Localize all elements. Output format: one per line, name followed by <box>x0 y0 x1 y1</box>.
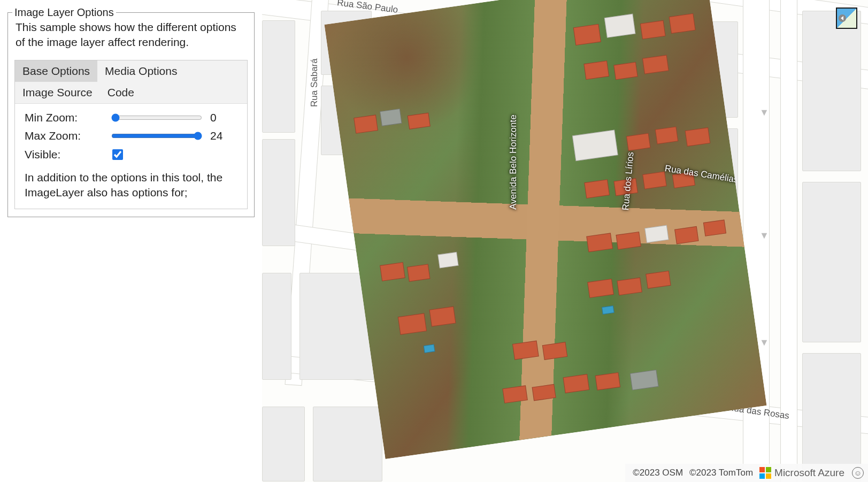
max-zoom-value: 24 <box>210 129 222 142</box>
tab-base-options[interactable]: Base Options <box>15 60 97 82</box>
tab-code[interactable]: Code <box>100 82 142 103</box>
feedback-button[interactable]: ☺ <box>852 467 864 479</box>
chevron-left-icon <box>839 14 846 22</box>
min-zoom-slider[interactable] <box>111 113 202 122</box>
min-zoom-label: Min Zoom: <box>25 111 110 124</box>
attribution-osm: ©2023 OSM <box>633 468 683 478</box>
tab-body: Min Zoom: 0 Max Zoom: 24 <box>15 104 247 209</box>
tabs-card: Base Options Media Options Image Source … <box>14 60 248 210</box>
visible-label: Visible: <box>25 148 110 161</box>
tab-row: Base Options Media Options Image Source … <box>15 60 247 104</box>
options-panel-wrap: Image Layer Options This sample shows ho… <box>0 0 262 482</box>
options-fieldset: Image Layer Options This sample shows ho… <box>7 6 255 217</box>
max-zoom-slider[interactable] <box>111 132 202 140</box>
image-layer-overlay: Avenida Belo Horizonte Rua dos Lírios Ru… <box>324 0 766 459</box>
tab-image-source[interactable]: Image Source <box>15 82 100 103</box>
option-row-max-zoom: Max Zoom: 24 <box>25 129 237 142</box>
panel-description: This sample shows how the different opti… <box>8 19 254 58</box>
max-zoom-label: Max Zoom: <box>25 129 110 142</box>
panel-legend: Image Layer Options <box>12 6 116 19</box>
microsoft-icon <box>759 467 771 479</box>
panel-note: In addition to the options in this tool,… <box>25 170 237 201</box>
attribution-tomtom: ©2023 TomTom <box>689 468 753 478</box>
app-root: Image Layer Options This sample shows ho… <box>0 0 868 482</box>
map-canvas[interactable]: ▼ ▼ ▼ Rua São Paulo Rua Sabará Rua Vila … <box>262 0 868 482</box>
visible-checkbox[interactable] <box>112 149 123 160</box>
option-row-visible: Visible: <box>25 148 237 162</box>
tab-media-options[interactable]: Media Options <box>97 60 185 82</box>
brand-text: Microsoft Azure <box>774 467 844 479</box>
map-attribution-bar: ©2023 OSM ©2023 TomTom Microsoft Azure ☺ <box>625 464 868 482</box>
microsoft-azure-logo: Microsoft Azure <box>759 467 844 479</box>
option-row-min-zoom: Min Zoom: 0 <box>25 111 237 124</box>
min-zoom-value: 0 <box>210 111 217 124</box>
map-style-picker-button[interactable] <box>836 7 857 29</box>
